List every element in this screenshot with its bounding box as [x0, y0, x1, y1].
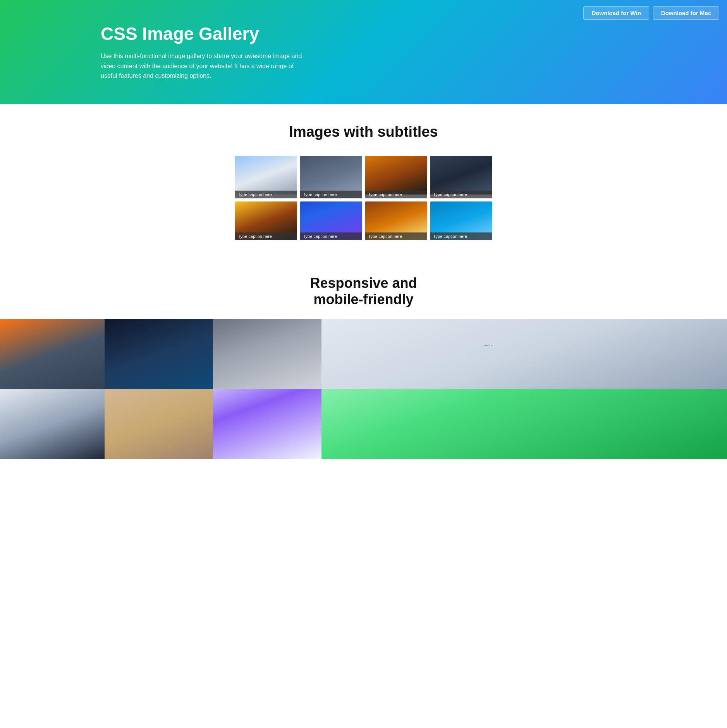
gallery-item-1[interactable]: Type caption here — [235, 156, 297, 198]
mosaic-item-2[interactable] — [105, 319, 213, 389]
header-nav: Download for Win Download for Mac — [583, 6, 719, 20]
caption-8: Type caption here — [430, 232, 492, 240]
gallery-item-6[interactable]: Type caption here — [300, 201, 362, 240]
birds-icon — [484, 344, 495, 348]
subtitles-heading: Images with subtitles — [8, 124, 719, 140]
caption-6: Type caption here — [300, 232, 362, 240]
caption-3: Type caption here — [365, 191, 427, 198]
gallery-item-3[interactable]: Type caption here — [365, 156, 427, 198]
caption-2: Type caption here — [300, 191, 362, 198]
mosaic-item-8[interactable] — [321, 389, 727, 459]
page-title: CSS Image Gallery — [101, 23, 712, 44]
gallery-item-2[interactable]: Type caption here — [300, 156, 362, 198]
mosaic-gallery — [0, 319, 727, 459]
subtitle-gallery: Type caption here Type caption here Type… — [8, 156, 719, 240]
responsive-heading: Responsive andmobile-friendly — [0, 275, 727, 308]
gallery-item-4[interactable]: Type caption here — [430, 156, 492, 198]
mosaic-item-3[interactable] — [213, 319, 321, 389]
page-header: Download for Win Download for Mac CSS Im… — [0, 0, 727, 104]
mosaic-item-6[interactable] — [105, 389, 213, 459]
gallery-item-7[interactable]: Type caption here — [365, 201, 427, 240]
caption-7: Type caption here — [365, 232, 427, 240]
mosaic-item-7[interactable] — [213, 389, 321, 459]
responsive-section: Responsive andmobile-friendly — [0, 256, 727, 459]
header-description: Use this multi-functional image gallery … — [101, 51, 310, 81]
gallery-item-5[interactable]: Type caption here — [235, 201, 297, 240]
caption-1: Type caption here — [235, 191, 297, 198]
caption-4: Type caption here — [430, 191, 492, 198]
mosaic-item-1[interactable] — [0, 319, 105, 389]
download-mac-button[interactable]: Download for Mac — [653, 6, 719, 20]
gallery-item-8[interactable]: Type caption here — [430, 201, 492, 240]
download-win-button[interactable]: Download for Win — [583, 6, 649, 20]
subtitles-section: Images with subtitles Type caption here … — [0, 104, 727, 256]
mosaic-item-4[interactable] — [321, 319, 727, 389]
caption-5: Type caption here — [235, 232, 297, 240]
mosaic-item-5[interactable] — [0, 389, 105, 459]
